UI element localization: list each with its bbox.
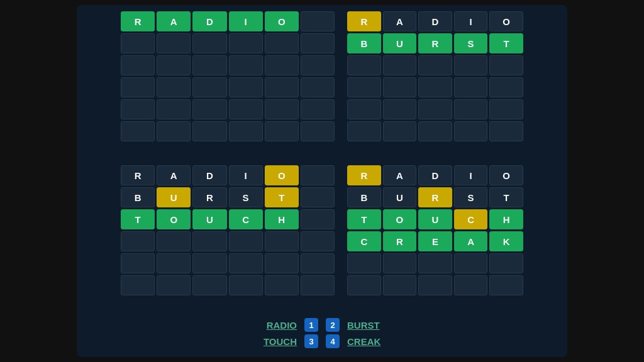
cell <box>157 77 191 97</box>
cell <box>157 253 191 273</box>
top-left-board: R A D I O <box>121 11 335 159</box>
cell: I <box>229 165 263 185</box>
score-bar: RADIO 1 2 BURST TOUCH 3 4 CREAK <box>89 313 555 351</box>
board-row: T O U C H <box>347 209 523 229</box>
cell <box>157 275 191 295</box>
cell <box>301 165 335 185</box>
board-row <box>121 33 335 53</box>
badge-4: 4 <box>326 334 340 348</box>
cell <box>383 253 417 273</box>
cell: D <box>192 165 226 185</box>
board-row <box>347 253 523 273</box>
cell: O <box>489 165 523 185</box>
board-row <box>347 77 523 97</box>
cell: U <box>418 209 452 229</box>
board-row: R A D I O <box>121 11 335 31</box>
cell: R <box>418 187 452 207</box>
cell <box>454 253 488 273</box>
cell <box>347 253 381 273</box>
cell <box>301 33 335 53</box>
cell <box>383 55 417 75</box>
cell <box>157 121 191 141</box>
cell <box>157 99 191 119</box>
cell <box>192 33 226 53</box>
cell: T <box>489 187 523 207</box>
cell <box>454 55 488 75</box>
cell: O <box>265 11 299 31</box>
badge-1: 1 <box>304 318 318 332</box>
cell <box>347 99 381 119</box>
board-row <box>121 55 335 75</box>
cell: H <box>489 209 523 229</box>
cell: S <box>229 187 263 207</box>
cell: R <box>121 165 155 185</box>
cell: B <box>347 33 381 53</box>
cell: K <box>489 231 523 251</box>
cell <box>157 33 191 53</box>
cell <box>489 99 523 119</box>
cell: R <box>383 231 417 251</box>
cell <box>265 253 299 273</box>
cell: C <box>229 209 263 229</box>
cell <box>301 253 335 273</box>
cell <box>383 121 417 141</box>
cell <box>454 275 488 295</box>
board-row: R A D I O <box>347 11 523 31</box>
cell: D <box>418 11 452 31</box>
cell <box>301 11 335 31</box>
board-row: R A D I O <box>121 165 335 185</box>
cell <box>301 77 335 97</box>
cell <box>489 121 523 141</box>
cell: T <box>489 33 523 53</box>
cell <box>121 275 155 295</box>
board-row: B U R S T <box>347 187 523 207</box>
cell <box>229 121 263 141</box>
cell <box>454 99 488 119</box>
bottom-boards-area: R A D I O B U R S T T O U C <box>89 165 555 313</box>
cell: B <box>121 187 155 207</box>
cell: D <box>418 165 452 185</box>
cell <box>454 77 488 97</box>
cell: C <box>454 209 488 229</box>
cell <box>192 231 226 251</box>
score-row-2: TOUCH 3 4 CREAK <box>253 334 391 348</box>
bottom-left-board: R A D I O B U R S T T O U C <box>121 165 335 313</box>
cell <box>301 99 335 119</box>
word-label-creak[interactable]: CREAK <box>347 336 391 347</box>
cell: B <box>347 187 381 207</box>
cell <box>265 121 299 141</box>
cell: T <box>265 187 299 207</box>
board-row <box>121 231 335 251</box>
cell <box>301 231 335 251</box>
cell <box>383 99 417 119</box>
cell: R <box>347 11 381 31</box>
cell <box>229 99 263 119</box>
boards-area: R A D I O <box>89 11 555 159</box>
cell <box>265 231 299 251</box>
cell <box>229 33 263 53</box>
cell <box>347 55 381 75</box>
board-row <box>121 275 335 295</box>
cell <box>347 121 381 141</box>
divider <box>89 159 555 165</box>
cell: T <box>121 209 155 229</box>
board-row <box>121 99 335 119</box>
cell: I <box>229 11 263 31</box>
cell <box>121 231 155 251</box>
word-label-touch[interactable]: TOUCH <box>253 336 297 347</box>
cell <box>489 55 523 75</box>
word-label-burst[interactable]: BURST <box>347 320 391 331</box>
cell <box>229 231 263 251</box>
cell: C <box>347 231 381 251</box>
cell <box>265 275 299 295</box>
cell <box>383 275 417 295</box>
board-row: B U R S T <box>347 33 523 53</box>
board-row <box>347 55 523 75</box>
cell <box>192 121 226 141</box>
cell <box>121 99 155 119</box>
board-row: C R E A K <box>347 231 523 251</box>
word-label-radio[interactable]: RADIO <box>253 320 297 331</box>
cell <box>229 275 263 295</box>
cell <box>301 187 335 207</box>
cell <box>265 33 299 53</box>
